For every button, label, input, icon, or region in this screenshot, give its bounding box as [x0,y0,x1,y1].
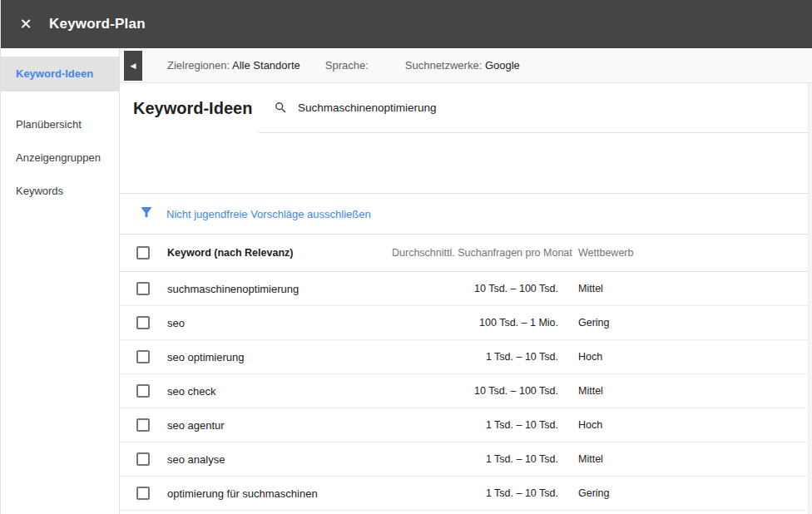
select-all-checkbox[interactable] [136,246,150,259]
filter-row: Nicht jugendfreie Vorschläge ausschließe… [120,193,812,235]
table-row: seo analyse 1 Tsd. – 10 Tsd. Mittel [120,442,812,477]
volume-cell: 100 Tsd. – 1 Mio. [392,317,571,329]
volume-cell: 1 Tsd. – 10 Tsd. [392,419,571,431]
table-row: suchmaschinenoptimierung 10 Tsd. – 100 T… [120,272,812,306]
competition-cell: Hoch [571,351,812,363]
regions-label: Zielregionen: [167,59,230,72]
filter-funnel-icon[interactable] [139,205,154,223]
table-row: seo check 10 Tsd. – 100 Tsd. Mittel [120,374,812,408]
collapse-back-icon[interactable]: ◀ [124,51,142,81]
header-volume[interactable]: Durchschnittl. Suchanfragen pro Monat [392,247,571,259]
targeting-language[interactable]: Sprache: [325,59,369,72]
competition-cell: Hoch [571,419,812,431]
volume-cell: 1 Tsd. – 10 Tsd. [392,487,571,499]
keyword-search-input[interactable] [298,101,647,114]
row-checkbox[interactable] [136,350,150,363]
network-label: Suchnetzwerke: [405,59,483,72]
sidebar-item-keywords[interactable]: Keywords [1,175,119,208]
competition-cell: Gering [571,317,812,329]
top-bar: ✕ Keyword-Plan [1,0,812,48]
competition-cell: Mittel [571,283,812,294]
competition-cell: Gering [571,487,812,499]
sidebar-item-anzeigengruppen[interactable]: Anzeigengruppen [1,141,119,175]
network-value: Google [485,59,520,72]
sidebar: Keyword-Ideen Planübersicht Anzeigengrup… [1,48,120,514]
keyword-cell: seo optimierung [167,351,392,363]
sidebar-item-planuebersicht[interactable]: Planübersicht [1,108,119,141]
sidebar-item-keyword-ideen[interactable]: Keyword-Ideen [1,57,119,91]
table-header-row: Keyword (nach Relevanz) Durchschnittl. S… [120,235,812,272]
competition-cell: Mittel [571,453,812,465]
keyword-planner-window: ✕ Keyword-Plan Keyword-Ideen Planübersic… [0,0,812,514]
targeting-network[interactable]: Suchnetzwerke: Google [405,59,520,72]
keyword-cell: seo agentur [167,419,392,432]
row-checkbox[interactable] [136,418,150,432]
row-checkbox[interactable] [136,452,150,466]
row-checkbox[interactable] [136,487,150,500]
language-label: Sprache: [325,59,369,72]
volume-cell: 10 Tsd. – 100 Tsd. [392,283,571,294]
regions-value: Alle Standorte [232,59,300,72]
targeting-regions[interactable]: Zielregionen: Alle Standorte [167,59,300,72]
close-icon[interactable]: ✕ [14,12,37,36]
keyword-cell: seo [167,317,392,329]
adult-filter-link[interactable]: Nicht jugendfreie Vorschläge ausschließe… [166,208,371,220]
table-row: seo 100 Tsd. – 1 Mio. Gering [120,306,812,340]
volume-cell: 1 Tsd. – 10 Tsd. [392,453,571,465]
page-title: Keyword-Ideen [120,83,259,133]
keyword-cell: suchmaschinenoptimierung [167,283,392,295]
content-spacer [120,133,812,193]
volume-cell: 10 Tsd. – 100 Tsd. [392,385,571,397]
table-row: optimierung für suchmaschinen 1 Tsd. – 1… [120,477,812,511]
table-row: seo agentur 1 Tsd. – 10 Tsd. Hoch [120,408,812,442]
window-title: Keyword-Plan [49,16,146,32]
keyword-cell: seo analyse [167,453,392,466]
search-icon [274,101,288,115]
targeting-bar: ◀ Zielregionen: Alle Standorte Sprache: … [120,48,812,83]
main-content: Keyword-Ideen Nicht jugendfreie Vorschlä… [120,83,812,514]
vertical-scrollbar[interactable] [808,83,812,514]
header-keyword[interactable]: Keyword (nach Relevanz) [167,247,392,259]
row-checkbox[interactable] [136,316,150,329]
keyword-cell: seo check [167,385,392,398]
row-checkbox[interactable] [136,282,150,295]
competition-cell: Mittel [571,385,812,397]
row-checkbox[interactable] [136,384,150,398]
keyword-cell: optimierung für suchmaschinen [167,487,392,500]
table-row: seo optimierung 1 Tsd. – 10 Tsd. Hoch [120,340,812,374]
keyword-search-area [259,83,812,133]
header-competition[interactable]: Wettbewerb [571,247,812,259]
volume-cell: 1 Tsd. – 10 Tsd. [392,351,571,363]
title-row: Keyword-Ideen [120,83,812,133]
